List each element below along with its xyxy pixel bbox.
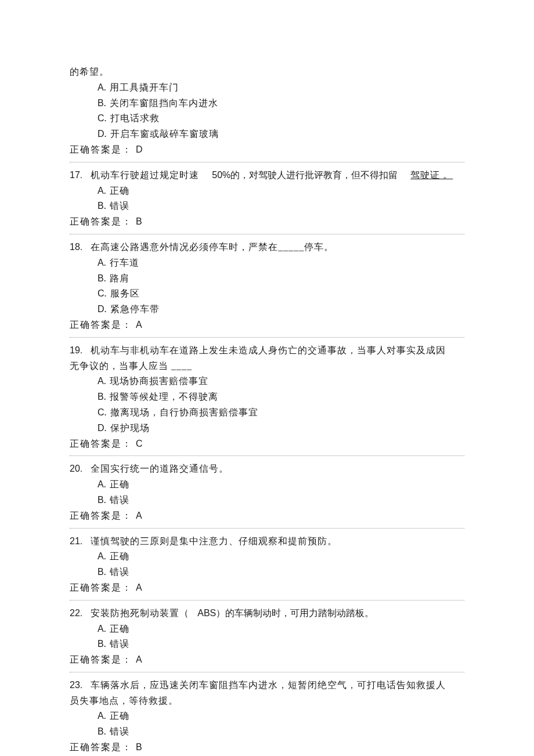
option-a: A. 正确 <box>98 709 464 724</box>
question-21: 21.谨慎驾驶的三原则是集中注意力、仔细观察和提前预防。 A. 正确 B. 错误… <box>70 534 464 595</box>
separator <box>70 600 464 601</box>
question-19: 19.机动车与非机动车在道路上发生未造成人身伤亡的交通事故，当事人对事实及成因 … <box>70 343 464 451</box>
option-a: A. 现场协商损害赔偿事宜 <box>98 374 464 389</box>
option-b: B. 关闭车窗阻挡向车内进水 <box>98 96 464 111</box>
option-d: D. 开启车窗或敲碎车窗玻璃 <box>98 127 464 142</box>
separator <box>70 528 464 529</box>
question-text-line2: 员失事地点，等待救援。 <box>70 694 464 708</box>
option-c: C. 撤离现场，自行协商损害赔偿事宜 <box>98 406 464 420</box>
question-text: 21.谨慎驾驶的三原则是集中注意力、仔细观察和提前预防。 <box>70 534 464 549</box>
question-text: 20.全国实行统一的道路交通信号。 <box>70 462 464 476</box>
option-b: B. 错误 <box>98 565 464 580</box>
answer-line: 正确答案是： A <box>70 318 464 332</box>
answer-line: 正确答案是： B <box>70 215 464 229</box>
option-d: D. 紧急停车带 <box>98 302 464 317</box>
option-b: B. 错误 <box>98 725 464 739</box>
question-lead-text: 的希望。 <box>70 65 464 79</box>
option-a: A. 行车道 <box>98 256 464 270</box>
option-a: A. 正确 <box>98 622 464 636</box>
question-text: 23.车辆落水后，应迅速关闭车窗阻挡车内进水，短暂闭绝空气，可打电话告知救援人 <box>70 678 464 693</box>
answer-line: 正确答案是： A <box>70 581 464 595</box>
question-23: 23.车辆落水后，应迅速关闭车窗阻挡车内进水，短暂闭绝空气，可打电话告知救援人 … <box>70 678 464 755</box>
question-text: 22.安装防抱死制动装置（ABS）的车辆制动时，可用力踏制动踏板。 <box>70 606 464 621</box>
option-a: A. 正确 <box>98 184 464 198</box>
question-18: 18.在高速公路遇意外情况必须停车时，严禁在_____停车。 A. 行车道 B.… <box>70 240 464 332</box>
answer-line: 正确答案是： C <box>70 437 464 451</box>
question-text: 17.机动车行驶超过规定时速50%的，对驾驶人进行批评教育，但不得扣留驾驶证 。 <box>70 168 464 183</box>
separator <box>70 162 464 162</box>
question-text: 19.机动车与非机动车在道路上发生未造成人身伤亡的交通事故，当事人对事实及成因 <box>70 343 464 358</box>
option-a: A. 正确 <box>98 478 464 492</box>
question-22: 22.安装防抱死制动装置（ABS）的车辆制动时，可用力踏制动踏板。 A. 正确 … <box>70 606 464 667</box>
option-b: B. 错误 <box>98 199 464 214</box>
separator <box>70 234 464 234</box>
question-16-fragment: 的希望。 A. 用工具撬开车门 B. 关闭车窗阻挡向车内进水 C. 打电话求救 … <box>70 65 464 157</box>
answer-line: 正确答案是： A <box>70 509 464 523</box>
option-b: B. 报警等候处理，不得驶离 <box>98 390 464 404</box>
document-page: 的希望。 A. 用工具撬开车门 B. 关闭车窗阻挡向车内进水 C. 打电话求救 … <box>0 0 534 756</box>
question-text-line2: 无争议的，当事人应当 ____ <box>70 359 464 374</box>
option-b: B. 错误 <box>98 637 464 652</box>
separator <box>70 455 464 456</box>
separator <box>70 672 464 672</box>
option-a: A. 用工具撬开车门 <box>98 81 464 95</box>
option-b: B. 错误 <box>98 493 464 508</box>
option-c: C. 服务区 <box>98 287 464 301</box>
option-c: C. 打电话求救 <box>98 111 464 126</box>
separator <box>70 337 464 338</box>
option-a: A. 正确 <box>98 549 464 564</box>
answer-line: 正确答案是： B <box>70 740 464 755</box>
option-b: B. 路肩 <box>98 272 464 286</box>
question-17: 17.机动车行驶超过规定时速50%的，对驾驶人进行批评教育，但不得扣留驾驶证 。… <box>70 168 464 229</box>
option-d: D. 保护现场 <box>98 421 464 436</box>
answer-line: 正确答案是： A <box>70 653 464 667</box>
answer-line: 正确答案是： D <box>70 143 464 157</box>
question-20: 20.全国实行统一的道路交通信号。 A. 正确 B. 错误 正确答案是： A <box>70 462 464 523</box>
question-text: 18.在高速公路遇意外情况必须停车时，严禁在_____停车。 <box>70 240 464 255</box>
